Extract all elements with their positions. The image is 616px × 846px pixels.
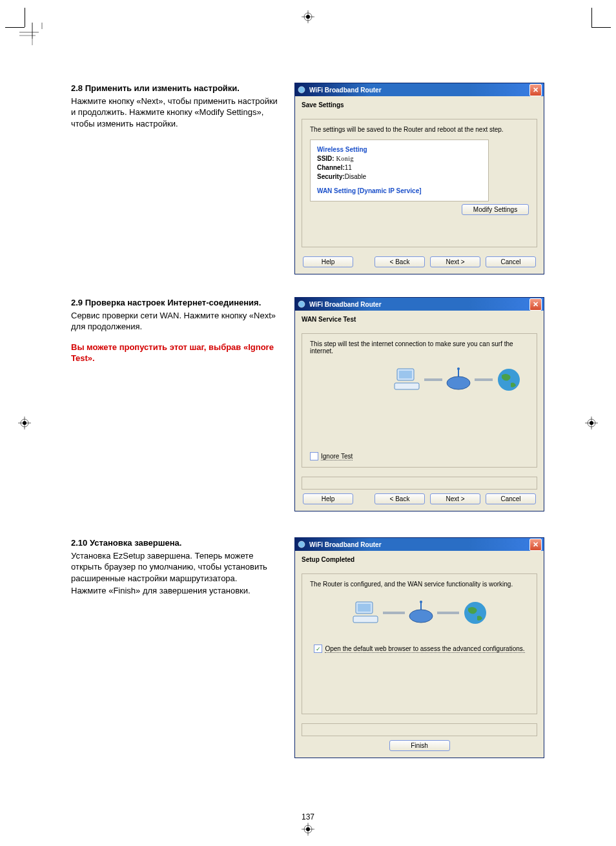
app-icon — [297, 85, 306, 94]
app-icon — [297, 540, 306, 549]
svg-point-22 — [298, 301, 305, 307]
settings-summary-box: Wireless Setting SSID: Konig Channel:11 … — [310, 139, 489, 201]
section-2-10-heading: 2.10 Установка завершена. — [71, 537, 284, 549]
titlebar: WiFi Broadband Router ✕ — [295, 298, 544, 311]
section-2-10-body2: Нажмите «Finish» для завершения установк… — [71, 585, 284, 597]
svg-point-32 — [298, 541, 305, 548]
dialog-save-settings: WiFi Broadband Router ✕ Save Settings Th… — [294, 83, 544, 274]
cable-icon — [475, 377, 493, 383]
back-button[interactable]: < Back — [375, 493, 425, 504]
computer-icon — [392, 366, 422, 393]
open-browser-checkbox[interactable]: ✓ — [314, 645, 322, 653]
close-button[interactable]: ✕ — [529, 84, 542, 96]
registration-mark-left — [18, 417, 31, 429]
window-title: WiFi Broadband Router — [309, 87, 382, 94]
cable-icon — [424, 377, 442, 383]
ignore-test-checkbox[interactable] — [310, 452, 318, 460]
help-button[interactable]: Help — [303, 256, 353, 267]
spacer-panel — [302, 477, 537, 490]
svg-rect-25 — [395, 383, 419, 389]
cancel-button[interactable]: Cancel — [486, 493, 536, 504]
close-button[interactable]: ✕ — [529, 539, 542, 551]
router-icon — [407, 601, 435, 625]
finish-button[interactable]: Finish — [389, 740, 450, 751]
dialog-setup-completed: WiFi Broadband Router ✕ Setup Completed … — [294, 537, 544, 758]
svg-rect-35 — [353, 616, 378, 623]
help-button[interactable]: Help — [303, 493, 353, 504]
section-2-9-note: Вы можете пропустить этот шаг, выбрав «I… — [71, 342, 284, 364]
globe-icon — [495, 366, 522, 393]
dialog-section-title: Setup Completed — [302, 556, 537, 563]
cancel-button[interactable]: Cancel — [486, 256, 536, 267]
app-icon — [297, 300, 306, 309]
svg-point-39 — [409, 610, 433, 623]
registration-mark-top — [302, 10, 314, 23]
section-2-9-body: Сервис проверки сети WAN. Нажмите кнопку… — [71, 310, 284, 333]
cable-icon — [437, 610, 459, 616]
window-title: WiFi Broadband Router — [309, 301, 382, 308]
cable-icon — [383, 610, 405, 616]
modify-settings-button[interactable]: Modify Settings — [462, 204, 529, 215]
dialog-section-title: Save Settings — [302, 101, 537, 108]
computer-icon — [351, 599, 380, 626]
window-title: WiFi Broadband Router — [309, 541, 382, 548]
svg-rect-24 — [399, 371, 412, 378]
setup-completed-description: The Router is configured, and the WAN se… — [310, 581, 529, 588]
router-icon — [445, 367, 472, 392]
svg-point-38 — [420, 601, 422, 603]
registration-mark-bottom — [302, 823, 314, 836]
next-button[interactable]: Next > — [430, 256, 480, 267]
wan-test-description: This step will test the internet connect… — [310, 340, 529, 355]
ignore-test-label: Ignore Test — [321, 453, 353, 460]
globe-icon — [462, 599, 489, 626]
dialog-wan-service-test: WiFi Broadband Router ✕ WAN Service Test… — [294, 297, 544, 511]
svg-point-21 — [298, 87, 305, 93]
registration-mark-right — [585, 417, 598, 429]
close-button[interactable]: ✕ — [529, 298, 542, 311]
next-button[interactable]: Next > — [430, 493, 480, 504]
network-diagram — [310, 599, 529, 626]
back-button[interactable]: < Back — [375, 256, 425, 267]
titlebar: WiFi Broadband Router ✕ — [295, 83, 544, 96]
section-2-9-heading: 2.9 Проверка настроек Интернет-соединени… — [71, 297, 284, 309]
wan-setting-heading: WAN Setting [Dynamic IP Service] — [317, 187, 482, 196]
svg-point-28 — [457, 367, 460, 370]
network-diagram — [310, 366, 522, 393]
save-settings-description: The settings will be saved to the Router… — [310, 126, 529, 133]
section-2-8-body: Нажмите кнопку «Next», чтобы применить н… — [71, 96, 284, 130]
svg-rect-34 — [358, 604, 371, 612]
svg-point-29 — [447, 377, 470, 389]
section-2-10-body1: Установка EzSetup завершена. Теперь може… — [71, 550, 284, 584]
titlebar: WiFi Broadband Router ✕ — [295, 538, 544, 551]
section-2-8-heading: 2.8 Применить или изменить настройки. — [71, 83, 284, 94]
dialog-section-title: WAN Service Test — [302, 316, 537, 323]
page-number: 137 — [0, 812, 616, 821]
open-browser-label: Open the default web browser to assess t… — [325, 645, 524, 653]
spacer-panel — [302, 723, 537, 736]
wireless-setting-heading: Wireless Setting — [317, 145, 482, 154]
